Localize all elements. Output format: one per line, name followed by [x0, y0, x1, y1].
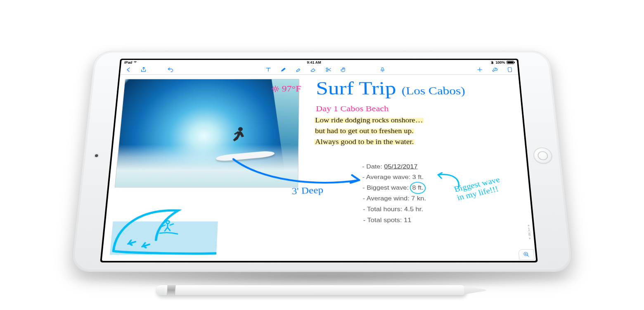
screen-bezel: iPad 9:41 AM 100%: [100, 59, 537, 262]
stat-row: - Average wind: 7 kn.: [362, 193, 426, 204]
status-left: iPad: [124, 60, 137, 64]
zoom-button[interactable]: [518, 249, 535, 260]
status-time: 9:41 AM: [307, 61, 321, 64]
day-heading: Day 1 Cabos Beach: [316, 104, 389, 113]
status-right: 100%: [491, 61, 514, 64]
camera-dot: [95, 154, 98, 157]
eraser-icon: [310, 67, 316, 73]
pencil-tip: [464, 286, 487, 294]
page-icon: [506, 67, 514, 73]
wifi-icon: [133, 60, 137, 64]
svg-rect-3: [508, 67, 511, 72]
product-shot: iPad 9:41 AM 100%: [0, 0, 644, 310]
scissors-icon: [325, 67, 331, 73]
toolbar-left: [124, 66, 175, 73]
pencil-band: [167, 285, 176, 295]
temperature-annotation: 97°F: [271, 84, 301, 93]
svg-point-5: [274, 88, 277, 90]
paragraph-line: but had to get out to freshen up.: [314, 127, 414, 135]
note-title: Surf Trip (Los Cabos): [316, 79, 465, 98]
page-down-icon[interactable]: ▼: [528, 236, 532, 241]
pencil-cap: [155, 285, 165, 295]
back-button[interactable]: [124, 66, 133, 73]
mic-button[interactable]: [378, 66, 387, 73]
pen-tool-button[interactable]: [279, 66, 287, 73]
stats-block: - Date: 05/12/2017 - Average wave: 3 ft.…: [362, 162, 427, 226]
status-bar: iPad 9:41 AM 100%: [121, 60, 517, 65]
undo-button[interactable]: [166, 66, 175, 73]
text-tool-button[interactable]: [264, 66, 272, 73]
circled-value: 8 ft.: [410, 182, 426, 194]
bluetooth-icon: [491, 61, 494, 64]
svg-point-4: [238, 127, 243, 131]
toolbar-right: [476, 66, 514, 73]
eraser-tool-button[interactable]: [309, 66, 317, 73]
toolbar: [120, 65, 518, 75]
apple-pencil: [157, 285, 487, 295]
title-main: Surf Trip: [316, 78, 396, 99]
highlighter-tool-button[interactable]: [294, 66, 302, 73]
highlighter-icon: [295, 67, 302, 73]
pages-button[interactable]: [505, 66, 514, 73]
add-button[interactable]: [476, 66, 484, 73]
home-button[interactable]: [533, 148, 553, 164]
device-label: iPad: [124, 61, 133, 64]
wrench-icon: [491, 67, 499, 73]
chevron-left-icon: [125, 67, 132, 73]
share-button[interactable]: [139, 66, 148, 73]
surf-photo[interactable]: [115, 79, 300, 188]
sun-icon: [271, 85, 280, 92]
battery-label: 100%: [495, 61, 505, 64]
pen-icon: [279, 67, 286, 73]
battery-icon: [507, 61, 514, 64]
stat-row: - Average wave: 3 ft.: [362, 172, 425, 183]
wave-sketch: [110, 200, 219, 255]
biggest-wave-annotation: Biggest wave in my life!!!: [453, 175, 504, 202]
toolbar-center: [264, 66, 386, 73]
stat-row: - Date: 05/12/2017: [362, 162, 425, 172]
paragraph-line: Always good to be in the water.: [314, 138, 414, 145]
temperature-value: 97°F: [282, 84, 301, 93]
screen: iPad 9:41 AM 100%: [102, 60, 536, 261]
page-current: 1: [527, 227, 531, 231]
stat-row: - Biggest wave: 8 ft.: [362, 183, 426, 193]
stat-row: - Total hours: 4.5 hr.: [363, 204, 427, 215]
note-canvas[interactable]: 97°F Surf Trip (Los Cabos) Day 1 Cabos B…: [102, 74, 536, 261]
tools-button[interactable]: [490, 66, 499, 73]
magnifier-plus-icon: [523, 251, 530, 258]
ipad-device: iPad 9:41 AM 100%: [70, 51, 574, 272]
depth-annotation: 3' Deep: [291, 185, 323, 197]
stat-date: 05/12/2017: [384, 163, 418, 170]
share-icon: [140, 67, 147, 73]
text-icon: [265, 67, 272, 73]
title-location: (Los Cabos): [401, 85, 465, 97]
hand-tool-button[interactable]: [339, 66, 347, 73]
page-up-icon[interactable]: ▲: [527, 223, 530, 227]
page-total: 8: [528, 232, 531, 236]
surfer-icon: [230, 126, 249, 149]
highlighted-paragraph: Low ride dodging rocks onshore… but had …: [314, 115, 501, 147]
biggest-wave-text: Biggest wave in my life!!!: [453, 175, 501, 202]
pencil-body: [157, 285, 466, 295]
page-indicator[interactable]: ▲ 1 8 ▼: [527, 223, 532, 241]
plus-icon: [476, 67, 483, 73]
paragraph-line: Low ride dodging rocks onshore…: [314, 117, 424, 124]
mic-icon: [379, 67, 386, 73]
undo-icon: [167, 67, 174, 73]
lasso-tool-button[interactable]: [324, 66, 332, 73]
hand-icon: [340, 67, 347, 73]
stat-row: - Total spots: 11: [363, 215, 427, 226]
svg-rect-2: [381, 67, 383, 70]
